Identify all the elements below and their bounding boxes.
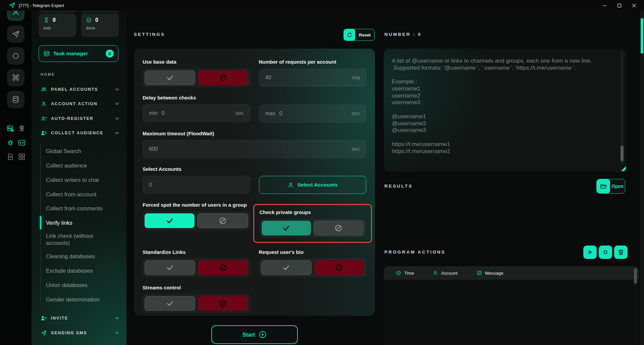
sidebar-item-panel-accounts[interactable]: PANEL ACCOUNTS	[32, 83, 126, 96]
results-title: RESULTS	[384, 184, 413, 189]
requests-input[interactable]: 40 req	[259, 69, 367, 87]
window-title: [777] - Telegram Expert	[19, 3, 64, 8]
table-header-account: Account	[433, 270, 477, 276]
yes-option[interactable]	[262, 221, 311, 235]
chevron-down-icon	[114, 116, 120, 121]
highlight-box: Check private groups	[253, 204, 372, 243]
sidebar-item-gender-determination[interactable]: Gender determination	[46, 292, 118, 306]
field-label: Check private groups	[260, 209, 366, 216]
person-icon	[41, 101, 47, 107]
command-rail-button[interactable]: ⌘	[7, 69, 24, 86]
sidebar-item-collect-audience[interactable]: COLLECT AUDIENCE	[32, 126, 126, 140]
sidebar-item-label: PANEL ACCOUNTS	[51, 87, 98, 92]
task-manager-button[interactable]: Task manager 0	[39, 45, 118, 62]
code-window-icon[interactable]	[18, 139, 26, 147]
start-label: Start	[243, 332, 255, 338]
chevron-down-icon	[114, 101, 120, 107]
account-station-icon[interactable]	[18, 125, 26, 133]
yes-option[interactable]	[261, 260, 312, 275]
timeout-input[interactable]: 600 sec	[143, 140, 366, 158]
diamond-icon	[11, 52, 20, 60]
no-option[interactable]	[314, 260, 364, 275]
hourglass-icon	[43, 17, 49, 23]
no-option[interactable]	[198, 296, 248, 311]
maximize-button[interactable]	[612, 0, 627, 11]
table-header-time: Time	[396, 270, 433, 276]
no-option[interactable]	[198, 70, 248, 85]
sidebar-item-collect-from-account[interactable]: Collect from account	[46, 187, 118, 201]
no-option[interactable]	[314, 221, 364, 235]
no-option[interactable]	[197, 213, 248, 228]
window-scrollbar-thumb[interactable]	[641, 18, 643, 54]
wait-label: wait	[43, 26, 71, 30]
play-button[interactable]	[583, 246, 597, 259]
yes-option[interactable]	[145, 70, 195, 85]
close-button[interactable]	[627, 0, 641, 11]
table-scrollbar-thumb[interactable]	[634, 268, 637, 284]
field-label: Number of requests per account	[259, 59, 367, 65]
sidebar-item-account-action[interactable]: ACCOUNT ACTION	[32, 97, 126, 111]
titlebar: [777] - Telegram Expert	[0, 0, 644, 11]
window-scrollbar-track[interactable]	[640, 11, 644, 345]
yes-option[interactable]	[145, 213, 195, 228]
links-textarea-panel	[384, 49, 627, 172]
select-accounts-count-input[interactable]: 0	[143, 176, 250, 194]
sidebar-item-global-search[interactable]: Global Search	[46, 144, 118, 158]
database-rail-button[interactable]	[7, 91, 24, 108]
delete-button[interactable]	[614, 246, 628, 259]
delay-max-input[interactable]: max 0 sec	[259, 105, 367, 123]
sidebar-item-auto-register[interactable]: AUTO-REGISTER	[32, 112, 126, 125]
field-label: Standardize Links	[143, 249, 250, 256]
document-list-icon[interactable]	[6, 153, 14, 161]
settings-card: Use base data Number of requests per acc…	[134, 49, 375, 316]
bot-gear-icon[interactable]	[6, 139, 14, 147]
input-suffix: sec	[352, 111, 360, 117]
chevron-up-icon	[114, 130, 120, 136]
chevron-down-icon	[114, 87, 120, 92]
sidebar-item-cleaning-databases[interactable]: Cleaning databases	[46, 249, 118, 263]
send-rail-button[interactable]	[7, 25, 24, 43]
open-results-button[interactable]: Open	[596, 179, 625, 194]
reset-button[interactable]: Reset	[343, 29, 375, 41]
stop-button[interactable]	[599, 246, 612, 259]
check-private-groups-wrap: Check private groups	[259, 202, 367, 237]
delay-min-input[interactable]: min 0 sec	[143, 104, 250, 122]
grid-squares-icon[interactable]	[18, 153, 26, 161]
yes-option[interactable]	[145, 296, 195, 311]
program-actions-title: PROGRAM ACTIONS	[384, 250, 446, 255]
sidebar-item-collect-writers[interactable]: Collect writers to chat	[46, 173, 118, 187]
person-icon	[287, 182, 294, 188]
sidebar-item-collect-from-comments[interactable]: Collect from comments	[46, 201, 118, 215]
wait-count: 0	[53, 17, 56, 23]
links-textarea[interactable]	[384, 49, 627, 172]
folder-icon	[597, 179, 610, 193]
sidebar-item-union-databases[interactable]: Union databases	[46, 278, 118, 292]
sidebar-item-invite[interactable]: INVITE	[32, 312, 126, 325]
program-actions-table: Time Account Message	[384, 266, 639, 345]
start-button[interactable]: Start	[211, 325, 298, 344]
done-label: done	[86, 26, 114, 30]
sidebar-item-collect-audience-sub[interactable]: Collect audience	[46, 158, 118, 172]
select-accounts-button[interactable]: Select Accounts	[259, 176, 367, 194]
standardize-links-field: Standardize Links	[143, 249, 250, 277]
sidebar-item-label: COLLECT AUDIENCE	[51, 131, 103, 135]
minimize-button[interactable]	[597, 0, 612, 11]
reset-icon	[344, 29, 355, 41]
favorites-rail-button[interactable]	[7, 47, 24, 65]
sidebar-item-verify-links[interactable]: Verify links	[46, 216, 118, 230]
sidebar-item-link-check[interactable]: Link check (without accounts)	[46, 230, 118, 249]
sidebar-item-exclude-databases[interactable]: Exclude databases	[46, 264, 118, 278]
active-item-indicator	[40, 216, 41, 229]
input-prefix: min	[149, 110, 158, 116]
timeout-field: Maximum timeout (FloodWait) 600 sec	[143, 130, 366, 158]
request-bio-toggle	[259, 259, 367, 277]
yes-option[interactable]	[145, 260, 195, 275]
no-option[interactable]	[198, 260, 248, 275]
sidebar: 0 wait 0 done Task manager 0 HOME PANEL …	[32, 0, 126, 345]
select-accounts-count-field: Select Accounts 0	[143, 166, 250, 194]
sidebar-item-sending-sms[interactable]: SENDING SMS	[32, 326, 126, 340]
server-check-icon[interactable]	[6, 125, 14, 133]
check-icon	[166, 73, 174, 82]
chevron-down-icon	[114, 330, 120, 336]
textarea-scrollbar-thumb[interactable]	[621, 146, 624, 161]
